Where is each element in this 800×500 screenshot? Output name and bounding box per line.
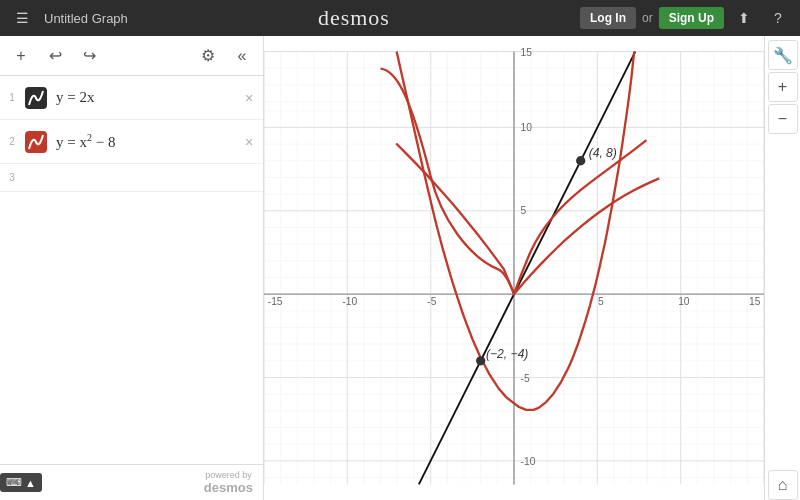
svg-text:-15: -15 (268, 296, 283, 307)
expression-row-3[interactable]: 3 (0, 164, 263, 192)
home-icon: ⌂ (778, 476, 788, 494)
left-panel: + ↩ ↪ ⚙ « 1 (0, 36, 264, 500)
expr-formula-2[interactable]: y = x2 − 8 (52, 132, 239, 151)
expression-row-1[interactable]: 1 y = 2x × (0, 76, 263, 120)
zoom-out-icon: − (778, 110, 787, 128)
svg-text:-5: -5 (427, 296, 436, 307)
topbar-right: Log In or Sign Up ⬆ ? (580, 4, 792, 32)
keyboard-button[interactable]: ⌨ ▲ (0, 473, 42, 492)
expr-icon-2 (24, 130, 48, 154)
settings-button[interactable]: ⚙ (193, 41, 223, 71)
expression-list: 1 y = 2x × 2 y (0, 76, 263, 464)
share-button[interactable]: ⬆ (730, 4, 758, 32)
powered-by: powered by desmos (204, 470, 263, 495)
login-button[interactable]: Log In (580, 7, 636, 29)
graph-area[interactable]: -15 -10 -5 5 10 15 15 10 5 -5 -10 (264, 36, 764, 500)
svg-text:-5: -5 (521, 373, 530, 384)
topbar-left: ☰ Untitled Graph (8, 4, 128, 32)
point-neg2-neg4 (476, 356, 485, 365)
keyboard-icon: ⌨ (6, 476, 22, 489)
expr-formula-1[interactable]: y = 2x (52, 89, 239, 106)
zoom-in-button[interactable]: + (768, 72, 798, 102)
svg-text:15: 15 (521, 47, 533, 58)
point-4-8 (576, 156, 585, 165)
expression-toolbar: + ↩ ↪ ⚙ « (0, 36, 263, 76)
wrench-icon: 🔧 (773, 46, 793, 65)
signup-button[interactable]: Sign Up (659, 7, 724, 29)
expr-number-3: 3 (4, 172, 20, 183)
redo-icon: ↪ (83, 46, 96, 65)
collapse-icon: « (238, 47, 247, 65)
desmos-brand: desmos (318, 5, 390, 31)
svg-text:10: 10 (521, 122, 533, 133)
gear-icon: ⚙ (201, 46, 215, 65)
svg-text:15: 15 (749, 296, 761, 307)
add-expression-button[interactable]: + (6, 41, 36, 71)
undo-icon: ↩ (49, 46, 62, 65)
wrench-button[interactable]: 🔧 (768, 40, 798, 70)
svg-text:-10: -10 (521, 456, 536, 467)
expression-row-2[interactable]: 2 y = x2 − 8 × (0, 120, 263, 164)
zoom-in-icon: + (778, 78, 787, 96)
powered-by-brand: desmos (204, 480, 253, 495)
hamburger-icon: ☰ (16, 10, 29, 26)
hamburger-button[interactable]: ☰ (8, 4, 36, 32)
graph-title: Untitled Graph (44, 11, 128, 26)
zoom-out-button[interactable]: − (768, 104, 798, 134)
expr-number-2: 2 (4, 136, 20, 147)
powered-by-text: powered by (205, 470, 252, 480)
desmos-icon-1 (25, 87, 47, 109)
expr-number-1: 1 (4, 92, 20, 103)
left-footer: ⌨ ▲ powered by desmos (0, 464, 263, 500)
share-icon: ⬆ (738, 10, 750, 26)
svg-text:-10: -10 (342, 296, 357, 307)
keyboard-arrow: ▲ (25, 477, 36, 489)
undo-button[interactable]: ↩ (40, 41, 70, 71)
plus-icon: + (16, 47, 25, 65)
or-text: or (642, 11, 653, 25)
expr-close-2[interactable]: × (239, 132, 259, 152)
top-bar: ☰ Untitled Graph desmos Log In or Sign U… (0, 0, 800, 36)
brand-text: desmos (318, 5, 390, 30)
help-icon: ? (774, 10, 782, 26)
right-toolbar: 🔧 + − ⌂ (764, 36, 800, 500)
collapse-button[interactable]: « (227, 41, 257, 71)
help-button[interactable]: ? (764, 4, 792, 32)
svg-text:(−2, −4): (−2, −4) (486, 347, 528, 361)
svg-text:(4, 8): (4, 8) (589, 146, 617, 160)
svg-text:10: 10 (678, 296, 690, 307)
redo-button[interactable]: ↪ (74, 41, 104, 71)
expr-close-1[interactable]: × (239, 88, 259, 108)
graph-svg: -15 -10 -5 5 10 15 15 10 5 -5 -10 (264, 36, 764, 500)
svg-text:5: 5 (598, 296, 604, 307)
main-area: + ↩ ↪ ⚙ « 1 (0, 36, 800, 500)
expr-icon-1 (24, 86, 48, 110)
svg-text:5: 5 (521, 205, 527, 216)
desmos-icon-2 (25, 131, 47, 153)
home-button[interactable]: ⌂ (768, 470, 798, 500)
